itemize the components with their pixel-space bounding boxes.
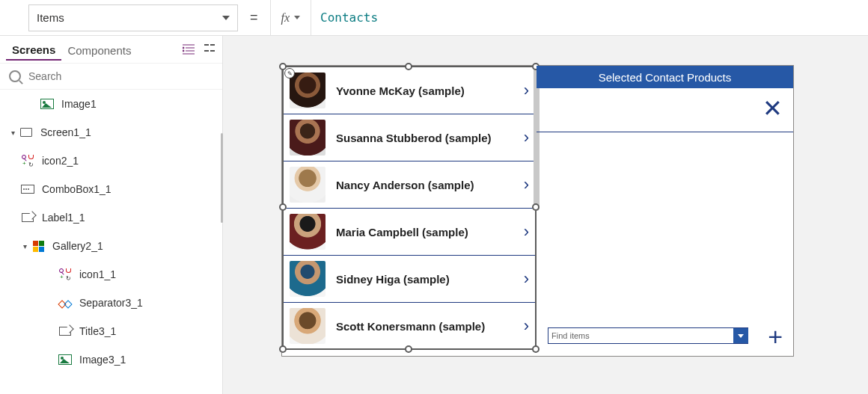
tree-item-label: Gallery2_1	[52, 240, 103, 252]
formula-value-text: Contacts	[320, 10, 378, 25]
tree-item-label: Label1_1	[42, 212, 85, 224]
resize-handle-bottom[interactable]	[405, 345, 412, 353]
tree-item-label: Image1	[61, 98, 97, 110]
equals-sign: =	[250, 10, 258, 25]
combobox-icon	[21, 185, 34, 194]
avatar	[290, 214, 326, 250]
separator-icon	[59, 298, 71, 308]
tab-components[interactable]: Components	[61, 40, 137, 60]
chevron-down-icon	[294, 16, 300, 19]
chevron-down-icon[interactable]: ▾	[21, 242, 28, 250]
gallery-row[interactable]: Maria Campbell (sample) ›	[284, 209, 535, 256]
app-screen[interactable]: ✎ Yvonne McKay (sample) › Susanna Stubbe…	[281, 65, 794, 357]
chevron-right-icon[interactable]: ›	[524, 222, 529, 241]
combobox-placeholder: Find items	[551, 331, 590, 340]
tree-item-screen1-1[interactable]: ▾ Screen1_1	[0, 118, 222, 147]
gallery-row[interactable]: Susanna Stubberod (sample) ›	[284, 114, 535, 161]
gallery-row[interactable]: Nancy Anderson (sample) ›	[284, 161, 535, 209]
avatar	[290, 261, 326, 297]
screen-icon	[20, 128, 32, 137]
contact-name: Susanna Stubberod (sample)	[336, 132, 524, 144]
chevron-right-icon[interactable]: ›	[524, 81, 529, 100]
avatar	[290, 120, 326, 156]
resize-handle-bottom-left[interactable]	[279, 345, 287, 353]
resize-handle-top[interactable]	[405, 63, 412, 70]
svg-point-4	[183, 47, 184, 49]
fx-button[interactable]: fx	[270, 0, 311, 35]
design-canvas[interactable]: ✎ Yvonne McKay (sample) › Susanna Stubbe…	[223, 36, 868, 394]
search-icon	[9, 70, 21, 82]
tree-item-label: icon1_1	[79, 268, 116, 280]
grid-view-icon[interactable]	[203, 43, 216, 56]
chevron-right-icon[interactable]: ›	[524, 175, 529, 194]
tree-item-image3-1[interactable]: Image3_1	[0, 345, 222, 374]
control-icon: +	[22, 155, 34, 167]
gallery-row[interactable]: Yvonne McKay (sample) ›	[284, 67, 535, 114]
selected-products-header: Selected Contact Products	[537, 66, 793, 88]
tree-panel: Screens Components Image1 ▾ Screen1_1	[0, 36, 223, 394]
search-box[interactable]	[0, 63, 222, 90]
chevron-right-icon[interactable]: ›	[524, 128, 529, 147]
formula-input[interactable]: Contacts	[311, 0, 868, 35]
gallery-scrollbar[interactable]	[534, 67, 540, 211]
chevron-right-icon[interactable]: ›	[524, 316, 529, 336]
tree-view: Image1 ▾ Screen1_1 + icon2_1 ComboBox1_1…	[0, 90, 222, 394]
find-items-combobox[interactable]: Find items	[548, 327, 748, 344]
header-title: Selected Contact Products	[599, 71, 732, 84]
gallery-row[interactable]: Scott Konersmann (sample) ›	[284, 303, 535, 348]
tree-item-label: Image3_1	[79, 354, 126, 366]
chevron-down-icon[interactable]	[733, 328, 748, 343]
search-input[interactable]	[28, 70, 213, 82]
tree-item-label: icon2_1	[42, 155, 79, 167]
tree-item-icon2-1[interactable]: + icon2_1	[0, 147, 222, 175]
contact-name: Yvonne McKay (sample)	[336, 84, 524, 97]
tree-item-title3-1[interactable]: Title3_1	[0, 317, 222, 345]
tree-item-separator3-1[interactable]: Separator3_1	[0, 289, 222, 317]
contact-name: Nancy Anderson (sample)	[336, 179, 524, 191]
close-icon[interactable]: ✕	[762, 94, 783, 123]
resize-handle-bottom-right[interactable]	[532, 345, 540, 353]
gallery-control-selected[interactable]: ✎ Yvonne McKay (sample) › Susanna Stubbe…	[282, 66, 537, 350]
tree-item-label: Screen1_1	[40, 126, 91, 138]
tree-item-gallery2-1[interactable]: ▾ Gallery2_1	[0, 232, 222, 260]
edit-pencil-icon[interactable]: ✎	[284, 68, 295, 79]
property-selector[interactable]: Items	[28, 4, 238, 31]
tree-item-label: Separator3_1	[79, 297, 143, 309]
tree-item-combobox1-1[interactable]: ComboBox1_1	[0, 175, 222, 203]
gallery-row[interactable]: Sidney Higa (sample) ›	[284, 256, 535, 303]
chevron-right-icon[interactable]: ›	[524, 269, 529, 289]
formula-bar: Items = fx Contacts	[0, 0, 868, 36]
property-selector-value: Items	[37, 11, 64, 24]
label-icon	[59, 327, 71, 336]
contacts-gallery: Yvonne McKay (sample) › Susanna Stubbero…	[284, 67, 535, 348]
tab-screens[interactable]: Screens	[6, 39, 61, 61]
avatar	[290, 73, 326, 108]
add-icon[interactable]: +	[768, 322, 783, 351]
resize-handle-right[interactable]	[532, 203, 540, 211]
tree-item-label1-1[interactable]: Label1_1	[0, 203, 222, 232]
fx-label: fx	[281, 11, 290, 25]
chevron-down-icon[interactable]: ▾	[9, 129, 16, 137]
list-view-icon[interactable]	[182, 43, 195, 56]
control-icon: +	[59, 268, 71, 280]
avatar	[290, 308, 326, 344]
tree-item-label: ComboBox1_1	[42, 183, 111, 195]
tree-item-icon1-1[interactable]: + icon1_1	[0, 260, 222, 289]
resize-handle-left[interactable]	[279, 203, 287, 211]
contact-name: Scott Konersmann (sample)	[336, 320, 524, 333]
contact-name: Sidney Higa (sample)	[336, 273, 524, 286]
label-icon	[22, 213, 34, 222]
image-icon	[40, 99, 54, 109]
contact-name: Maria Campbell (sample)	[336, 226, 524, 238]
chevron-down-icon	[222, 16, 230, 20]
image-icon	[58, 354, 72, 365]
avatar	[290, 167, 326, 203]
gallery-icon	[33, 241, 44, 252]
svg-point-5	[183, 50, 184, 52]
divider	[537, 132, 793, 132]
tree-item-image1[interactable]: Image1	[0, 90, 222, 118]
tree-item-label: Title3_1	[79, 325, 116, 337]
